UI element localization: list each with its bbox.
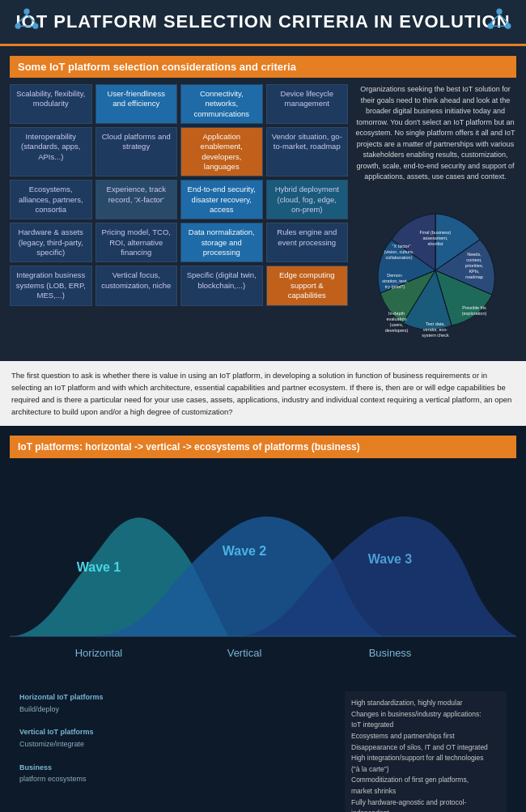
svg-line-9 xyxy=(490,15,499,23)
svg-text:Wave 3: Wave 3 xyxy=(368,552,413,566)
grid-cell: Hybrid deployment (cloud, fog, edge, on-… xyxy=(266,180,349,219)
svg-text:priorities,: priorities, xyxy=(465,263,484,268)
criteria-grid: Scalability, flexibility, modularityUser… xyxy=(10,84,348,351)
svg-text:developers): developers) xyxy=(385,328,409,333)
wave-label-2: Build/deploy xyxy=(19,704,337,715)
svg-text:(users,: (users, xyxy=(390,322,404,327)
grid-cell: End-to-end security, disaster recovery, … xyxy=(180,180,263,219)
svg-text:context,: context, xyxy=(466,257,482,262)
svg-text:Horizontal: Horizontal xyxy=(75,647,123,659)
right-description: Organizations seeking the best IoT solut… xyxy=(354,84,516,183)
svg-text:(exploration): (exploration) xyxy=(462,311,487,316)
grid-cell: Connectivity, networks, communications xyxy=(180,84,263,124)
section1: Some IoT platform selection consideratio… xyxy=(0,46,526,361)
svg-line-4 xyxy=(27,15,36,23)
svg-text:collaboration): collaboration) xyxy=(385,255,412,260)
grid-cell: Integration business systems (LOB, ERP, … xyxy=(10,266,92,305)
wave-chart: Wave 1 Wave 2 Wave 3 Horizontal Vertical… xyxy=(10,458,516,685)
page-title: IOT PLATFORM SELECTION CRITERIA IN EVOLU… xyxy=(8,11,518,32)
svg-text:Business: Business xyxy=(369,647,412,659)
grid-cell: Experience, track record, 'X-factor' xyxy=(95,180,178,219)
svg-text:roadmap: roadmap xyxy=(465,274,483,279)
grid-cell: Ecosystems, alliances, partners, consort… xyxy=(10,180,92,219)
right-panel: Organizations seeking the best IoT solut… xyxy=(354,84,516,351)
svg-line-10 xyxy=(499,15,508,23)
wave-label-6: platform ecosystems xyxy=(19,773,337,784)
wave-label-1: Horizontal IoT platforms xyxy=(19,691,337,703)
svg-text:Final (business): Final (business) xyxy=(420,230,452,235)
paragraph-text: The first question to ask is whether the… xyxy=(11,369,515,419)
svg-text:stration, test,: stration, test, xyxy=(382,278,408,283)
grid-cell: User-friendliness and efficiency xyxy=(95,84,178,124)
svg-text:Test data,: Test data, xyxy=(426,321,445,326)
grid-cell: Pricing model, TCO, ROI, alternative fin… xyxy=(95,223,178,262)
grid-cell: Interoperability (standards, apps, APIs.… xyxy=(10,127,92,176)
wave-label-3: Vertical IoT platforms xyxy=(19,726,337,738)
svg-text:Demon-: Demon- xyxy=(387,273,403,278)
selection-wheel: Final (business) assessment, shortlist N… xyxy=(354,189,516,351)
svg-text:KPIs,: KPIs, xyxy=(469,269,480,274)
svg-point-1 xyxy=(15,23,21,29)
svg-line-3 xyxy=(18,15,27,23)
wheel-diagram: Final (business) assessment, shortlist N… xyxy=(354,189,516,351)
section1-content: Scalability, flexibility, modularityUser… xyxy=(10,84,516,351)
svg-text:In-depth: In-depth xyxy=(388,311,405,316)
grid-row: Hardware & assets (legacy, third-party, … xyxy=(10,223,348,262)
grid-cell: Hardware & assets (legacy, third-party, … xyxy=(10,223,92,262)
grid-cell: Specific (digital twin, blockchain,...) xyxy=(180,266,263,305)
grid-row: Scalability, flexibility, modularityUser… xyxy=(10,84,348,124)
svg-text:shortlist: shortlist xyxy=(428,241,443,246)
svg-text:Needs,: Needs, xyxy=(467,252,481,257)
svg-text:"X factor": "X factor" xyxy=(392,244,411,249)
grid-cell: Vendor situation, go-to-market, roadmap xyxy=(266,127,349,176)
grid-cell: Application enablement, developers, lang… xyxy=(180,127,263,176)
svg-text:Possible fits: Possible fits xyxy=(462,305,486,310)
svg-text:Wave 2: Wave 2 xyxy=(223,544,267,558)
wave-bottom-info: Horizontal IoT platforms Build/deploy Ve… xyxy=(10,685,516,812)
wave-bottom-right: High standardization, highly modular Cha… xyxy=(345,691,507,812)
header: IOT PLATFORM SELECTION CRITERIA IN EVOLU… xyxy=(0,0,526,46)
section2: IoT platforms: horizontal -> vertical ->… xyxy=(0,426,526,812)
svg-point-6 xyxy=(496,9,502,15)
wave-svg: Wave 1 Wave 2 Wave 3 Horizontal Vertical… xyxy=(10,458,516,685)
section1-title: Some IoT platform selection consideratio… xyxy=(10,56,516,78)
wave-bottom-left: Horizontal IoT platforms Build/deploy Ve… xyxy=(19,691,337,812)
svg-point-0 xyxy=(23,9,29,15)
grid-cell: Rules engine and event processing xyxy=(266,223,349,262)
svg-text:Wave 1: Wave 1 xyxy=(77,560,121,574)
grid-row: Ecosystems, alliances, partners, consort… xyxy=(10,180,348,219)
svg-text:assessment,: assessment, xyxy=(423,236,448,240)
network-icon-left xyxy=(12,6,41,38)
svg-text:Vertical: Vertical xyxy=(227,647,262,659)
paragraph-section: The first question to ask is whether the… xyxy=(0,361,526,427)
svg-point-8 xyxy=(505,23,511,29)
section2-title: IoT platforms: horizontal -> vertical ->… xyxy=(10,436,516,458)
grid-cell: Edge computing support & capabilities xyxy=(266,266,349,305)
grid-cell: Data normalization, storage and processi… xyxy=(180,223,263,262)
wave-label-5: Business xyxy=(19,762,337,773)
svg-text:evaluation: evaluation xyxy=(386,317,406,321)
svg-text:vendor, eco-: vendor, eco- xyxy=(423,327,448,332)
svg-point-7 xyxy=(488,23,494,29)
grid-cell: Cloud platforms and strategy xyxy=(95,127,178,176)
grid-row: Interoperability (standards, apps, APIs.… xyxy=(10,127,348,176)
svg-text:(vision, culture,: (vision, culture, xyxy=(384,249,414,254)
grid-cell: Scalability, flexibility, modularity xyxy=(10,84,92,124)
svg-text:try (pilot?): try (pilot?) xyxy=(385,284,405,289)
wave-right-text: High standardization, highly modular Cha… xyxy=(351,698,500,812)
wave-label-4: Customize/integrate xyxy=(19,738,337,750)
grid-row: Integration business systems (LOB, ERP, … xyxy=(10,266,348,305)
svg-text:system check: system check xyxy=(422,333,449,338)
network-icon-right xyxy=(485,6,514,38)
grid-cell: Vertical focus, customization, niche xyxy=(95,266,178,305)
grid-cell: Device lifecycle management xyxy=(266,84,349,124)
svg-point-2 xyxy=(32,23,38,29)
